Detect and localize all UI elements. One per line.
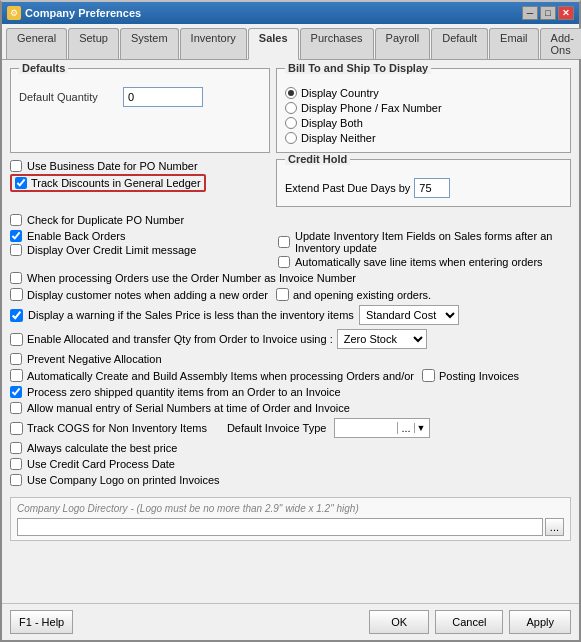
update-inventory-input[interactable] <box>278 236 290 248</box>
radio-phone-label: Display Phone / Fax Number <box>301 102 442 114</box>
order-number-invoice-input[interactable] <box>10 272 22 284</box>
radio-display-country[interactable]: Display Country <box>285 87 562 99</box>
logo-browse-button[interactable]: ... <box>545 518 564 536</box>
footer-left: F1 - Help <box>10 610 73 634</box>
default-invoice-browse[interactable]: ... <box>397 422 413 434</box>
sales-price-dropdown[interactable]: Standard Cost <box>359 305 459 325</box>
top-row: Defaults Default Quantity Bill To and Sh… <box>10 68 571 153</box>
logo-path-input[interactable] <box>17 518 543 536</box>
cancel-button[interactable]: Cancel <box>435 610 503 634</box>
bill-ship-radio-group: Display Country Display Phone / Fax Numb… <box>285 87 562 144</box>
tab-email[interactable]: Email <box>489 28 539 59</box>
use-company-logo-input[interactable] <box>10 474 22 486</box>
auto-save-checkbox[interactable]: Automatically save line items when enter… <box>278 255 571 269</box>
track-discounts-highlighted: Track Discounts in General Ledger <box>10 174 206 192</box>
radio-neither-label: Display Neither <box>301 132 376 144</box>
bill-ship-group: Bill To and Ship To Display Display Coun… <box>276 68 571 153</box>
display-over-credit-input[interactable] <box>10 244 22 256</box>
tab-addons[interactable]: Add-Ons <box>540 28 581 59</box>
use-business-date-input[interactable] <box>10 160 22 172</box>
prevent-negative-checkbox[interactable]: Prevent Negative Allocation <box>10 352 571 366</box>
default-invoice-input[interactable] <box>337 422 397 434</box>
radio-country-dot <box>285 87 297 99</box>
credit-hold-group: Credit Hold Extend Past Due Days by <box>276 159 571 207</box>
tab-general[interactable]: General <box>6 28 67 59</box>
maximize-button[interactable]: □ <box>540 6 556 20</box>
tab-system[interactable]: System <box>120 28 179 59</box>
credit-hold-title: Credit Hold <box>285 153 350 165</box>
minimize-button[interactable]: ─ <box>522 6 538 20</box>
tab-purchases[interactable]: Purchases <box>300 28 374 59</box>
enable-back-orders-checkbox[interactable]: Enable Back Orders <box>10 229 270 243</box>
extend-value-input[interactable] <box>414 178 450 198</box>
posting-invoices-input[interactable] <box>422 369 435 382</box>
tabs-bar: General Setup System Inventory Sales Pur… <box>2 24 579 60</box>
radio-display-phone[interactable]: Display Phone / Fax Number <box>285 102 562 114</box>
update-inventory-col: Update Inventory Item Fields on Sales fo… <box>278 229 571 269</box>
radio-phone-dot <box>285 102 297 114</box>
use-credit-card-checkbox[interactable]: Use Credit Card Process Date <box>10 457 571 471</box>
update-inventory-checkbox[interactable]: Update Inventory Item Fields on Sales fo… <box>278 229 571 255</box>
allow-manual-serial-label: Allow manual entry of Serial Numbers at … <box>27 402 350 414</box>
track-cogs-input[interactable] <box>10 422 23 435</box>
track-discounts-checkbox[interactable]: Track Discounts in General Ledger <box>10 173 270 193</box>
display-over-credit-checkbox[interactable]: Display Over Credit Limit message <box>10 243 270 257</box>
footer: F1 - Help OK Cancel Apply <box>2 603 579 640</box>
track-cogs-label: Track COGS for Non Inventory Items <box>27 422 207 434</box>
process-zero-input[interactable] <box>10 386 22 398</box>
always-best-price-input[interactable] <box>10 442 22 454</box>
display-customer-notes-input[interactable] <box>10 288 23 301</box>
radio-display-both[interactable]: Display Both <box>285 117 562 129</box>
radio-neither-dot <box>285 132 297 144</box>
enable-back-orders-label: Enable Back Orders <box>27 230 125 242</box>
main-checkboxes: Check for Duplicate PO Number Enable Bac… <box>10 213 571 487</box>
display-over-credit-label: Display Over Credit Limit message <box>27 244 196 256</box>
display-customer-notes-label: Display customer notes when adding a new… <box>27 289 268 301</box>
check-duplicate-input[interactable] <box>10 214 22 226</box>
tab-inventory[interactable]: Inventory <box>180 28 247 59</box>
always-best-price-checkbox[interactable]: Always calculate the best price <box>10 441 571 455</box>
allow-manual-serial-checkbox[interactable]: Allow manual entry of Serial Numbers at … <box>10 401 571 415</box>
help-button[interactable]: F1 - Help <box>10 610 73 634</box>
transfer-qty-dropdown[interactable]: Zero Stock <box>337 329 427 349</box>
enable-back-orders-input[interactable] <box>10 230 22 242</box>
use-company-logo-checkbox[interactable]: Use Company Logo on printed Invoices <box>10 473 571 487</box>
ok-button[interactable]: OK <box>369 610 429 634</box>
order-number-invoice-label: When processing Orders use the Order Num… <box>27 272 356 284</box>
opening-existing-input[interactable] <box>276 288 289 301</box>
enable-allocated-label: Enable Allocated and transfer Qty from O… <box>27 333 333 345</box>
radio-country-label: Display Country <box>301 87 379 99</box>
enable-allocated-input[interactable] <box>10 333 23 346</box>
tab-setup[interactable]: Setup <box>68 28 119 59</box>
radio-both-label: Display Both <box>301 117 363 129</box>
help-label: F1 - Help <box>19 616 64 628</box>
logo-section: Company Logo Directory - (Logo must be n… <box>10 497 571 541</box>
process-zero-checkbox[interactable]: Process zero shipped quantity items from… <box>10 385 571 399</box>
back-orders-update-row: Enable Back Orders Display Over Credit L… <box>10 229 571 269</box>
use-business-date-checkbox[interactable]: Use Business Date for PO Number <box>10 159 270 173</box>
radio-display-neither[interactable]: Display Neither <box>285 132 562 144</box>
auto-create-assembly-input[interactable] <box>10 369 23 382</box>
display-warning-input[interactable] <box>10 309 23 322</box>
default-invoice-dropdown[interactable]: ▼ <box>414 423 428 433</box>
update-inventory-label: Update Inventory Item Fields on Sales fo… <box>295 230 571 254</box>
auto-save-input[interactable] <box>278 256 290 268</box>
tab-payroll[interactable]: Payroll <box>375 28 431 59</box>
track-discounts-input[interactable] <box>15 177 27 189</box>
tab-sales[interactable]: Sales <box>248 28 299 60</box>
apply-button[interactable]: Apply <box>509 610 571 634</box>
default-quantity-input[interactable] <box>123 87 203 107</box>
second-row: Use Business Date for PO Number Track Di… <box>10 159 571 207</box>
check-duplicate-checkbox[interactable]: Check for Duplicate PO Number <box>10 213 571 227</box>
allow-manual-serial-input[interactable] <box>10 402 22 414</box>
always-best-price-label: Always calculate the best price <box>27 442 177 454</box>
display-warning-label: Display a warning if the Sales Price is … <box>28 309 354 321</box>
logo-hint: Company Logo Directory - (Logo must be n… <box>17 503 359 514</box>
close-button[interactable]: ✕ <box>558 6 574 20</box>
use-credit-card-input[interactable] <box>10 458 22 470</box>
tab-default[interactable]: Default <box>431 28 488 59</box>
order-number-invoice-checkbox[interactable]: When processing Orders use the Order Num… <box>10 271 571 285</box>
customer-notes-row: Display customer notes when adding a new… <box>10 287 571 302</box>
default-quantity-row: Default Quantity <box>19 87 261 107</box>
prevent-negative-input[interactable] <box>10 353 22 365</box>
